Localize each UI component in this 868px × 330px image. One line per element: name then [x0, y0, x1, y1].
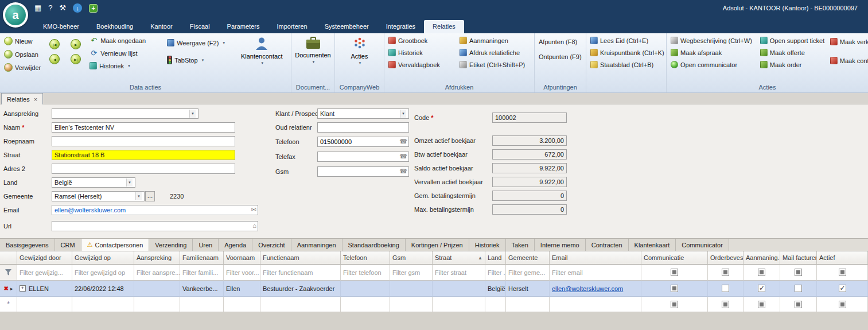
maak-contract-button[interactable]: Maak contract [829, 57, 868, 64]
tab-kortingen-prijzen[interactable]: Kortingen / Prijzen [406, 238, 469, 251]
afdruk-relatiefiche-button[interactable]: Afdruk relatiefiche [458, 49, 526, 56]
new-mail-facturen-checkbox[interactable] [795, 301, 802, 308]
tab-standaardboeking[interactable]: Standaardboeking [342, 238, 406, 251]
grid-header-voornaam[interactable]: Voornaam [224, 251, 260, 265]
help-icon[interactable]: ? [48, 3, 52, 13]
wegbeschrijving-button[interactable]: Wegbeschrijving (Ctrl+W) [670, 37, 753, 44]
menu-tab-fiscaal[interactable]: Fiscaal [181, 20, 219, 33]
cell-aanspreking[interactable] [134, 281, 180, 297]
oud-relatienr-input[interactable] [317, 122, 409, 133]
tab-uren[interactable]: Uren [193, 238, 219, 251]
grid-header-email[interactable]: Email [550, 251, 641, 265]
new-cell[interactable] [72, 297, 134, 312]
tab-agenda[interactable]: Agenda [219, 238, 252, 251]
aanmaningen-button[interactable]: Aanmaningen [458, 37, 526, 44]
grid-header-orderbevestiging[interactable]: Orderbeves... [708, 251, 744, 265]
grid-header-telefoon[interactable]: Telefoon [341, 251, 390, 265]
gsm-input[interactable] [317, 166, 409, 177]
orderbevestiging-checkbox[interactable] [722, 285, 729, 292]
cell-gsm[interactable] [390, 281, 433, 297]
lees-eid-button[interactable]: Lees Eid (Ctrl+E) [589, 37, 665, 44]
vervaldagboek-button[interactable]: Vervaldagboek [387, 61, 453, 68]
grid-header-land[interactable]: Land [485, 251, 506, 265]
gemeente-lookup-button[interactable]: … [145, 191, 155, 201]
grid-header-gewijzigd-door[interactable]: Gewijzigd door [17, 251, 72, 265]
filter-gemeente[interactable]: Filter geme... [506, 265, 550, 281]
new-cell[interactable] [17, 297, 72, 312]
cell-gewijzigd-op[interactable]: 22/06/2022 12:48 [72, 281, 134, 297]
nav-last-button[interactable]: ▶| [71, 54, 81, 64]
grootboek-button[interactable]: Grootboek [387, 37, 453, 44]
verwijder-button[interactable]: Verwijder [3, 63, 42, 72]
gemeente-select[interactable]: Ramsel (Herselt)▼ [52, 191, 145, 201]
actief-checkbox[interactable] [839, 285, 846, 292]
new-aanmaning-checkbox[interactable] [758, 301, 765, 308]
open-support-ticket-button[interactable]: Open support ticket [759, 37, 823, 44]
tab-taken[interactable]: Taken [506, 238, 535, 251]
add-icon[interactable]: + [89, 4, 98, 13]
filter-communicatie-checkbox[interactable] [671, 269, 678, 276]
new-cell[interactable] [341, 297, 390, 312]
new-cell[interactable] [550, 297, 641, 312]
telefoon-input[interactable] [317, 137, 409, 147]
cell-telefoon[interactable] [341, 281, 390, 297]
email-input[interactable] [52, 205, 258, 215]
tab-historiek[interactable]: Historiek [469, 238, 506, 251]
grid-header-communicatie[interactable]: Communicatie [641, 251, 708, 265]
open-communicator-button[interactable]: Open communicator [670, 61, 753, 68]
maak-offerte-button[interactable]: Maak offerte [759, 49, 823, 56]
adres2-input[interactable] [52, 164, 235, 174]
document-tab-relaties[interactable]: Relaties × [1, 93, 43, 104]
url-input[interactable] [52, 221, 258, 231]
klant-prospect-select[interactable]: Klant▼ [317, 108, 409, 119]
filter-telefoon[interactable]: Filter telefoon [341, 265, 390, 281]
tab-overzicht[interactable]: Overzicht [252, 238, 291, 251]
grid-header-gsm[interactable]: Gsm [390, 251, 433, 265]
weergave-button[interactable]: Weergave (F2)▼ [166, 39, 227, 46]
aanmaning-checkbox[interactable] [758, 285, 765, 292]
communicatie-checkbox[interactable] [671, 285, 678, 292]
new-cell[interactable] [485, 297, 506, 312]
filter-aanspreking[interactable]: Filter aanspre... [134, 265, 180, 281]
historiek-button[interactable]: Historiek▼ [88, 62, 147, 69]
grid-header-actief[interactable]: Actief [817, 251, 868, 265]
filter-gewijzigd-op[interactable]: Filter gewijzigd op [72, 265, 134, 281]
etiket-button[interactable]: Etiket (Ctrl+Shift+P) [458, 61, 526, 68]
tab-crm[interactable]: CRM [55, 238, 81, 251]
tab-verzending[interactable]: Verzending [149, 238, 193, 251]
opslaan-button[interactable]: Opslaan [3, 50, 42, 59]
tab-basisgegevens[interactable]: Basisgegevens [0, 238, 55, 251]
grid-header-gewijzigd-op[interactable]: Gewijzigd op [72, 251, 134, 265]
companyweb-acties-button[interactable]: Acties ▼ [338, 33, 382, 65]
documenten-button[interactable]: Documenten ▼ [291, 33, 334, 64]
nav-first-button[interactable]: |◀ [49, 39, 60, 49]
maak-verkoop-button[interactable]: Maak verkoop [829, 38, 868, 45]
grid-header-aanmaning[interactable]: Aanmaning... [744, 251, 780, 265]
kruispuntbank-button[interactable]: Kruispuntbank (Ctrl+K) [589, 49, 665, 56]
tab-aanmaningen[interactable]: Aanmaningen [291, 238, 342, 251]
grid-header-mail-facturen[interactable]: Mail facturen [780, 251, 817, 265]
new-communicatie-checkbox[interactable] [671, 301, 678, 308]
filter-gsm[interactable]: Filter gsm [390, 265, 433, 281]
filter-mail-facturen-checkbox[interactable] [795, 269, 802, 276]
historiek-afdruk-button[interactable]: Historiek [387, 49, 453, 56]
menu-tab-boekhouding[interactable]: Boekhouding [88, 20, 142, 33]
new-cell[interactable] [134, 297, 180, 312]
tabstop-button[interactable]: TabStop▼ [166, 56, 227, 64]
menu-tab-integraties[interactable]: Integraties [377, 20, 424, 33]
vernieuw-lijst-button[interactable]: ⟳Vernieuw lijst [88, 49, 147, 57]
tab-interne-memo[interactable]: Interne memo [535, 238, 586, 251]
filter-aanmaning-checkbox[interactable] [758, 269, 765, 276]
tools-icon[interactable]: ⚒ [60, 3, 67, 13]
land-select[interactable]: België▼ [52, 177, 135, 188]
nieuw-button[interactable]: Nieuw [3, 37, 42, 45]
aanspreking-select[interactable]: ▼ [52, 108, 198, 119]
cell-email[interactable]: ellen@wolterskluwer.com [550, 281, 641, 297]
filter-gewijzigd-door[interactable]: Filter gewijzig... [17, 265, 72, 281]
new-cell[interactable] [224, 297, 260, 312]
grid-header-familienaam[interactable]: Familienaam [180, 251, 224, 265]
tab-contactpersonen[interactable]: ⚠Contactpersonen [81, 238, 150, 251]
new-cell[interactable] [260, 297, 341, 312]
naam-input[interactable] [52, 122, 235, 133]
mail-facturen-checkbox[interactable] [795, 285, 802, 292]
